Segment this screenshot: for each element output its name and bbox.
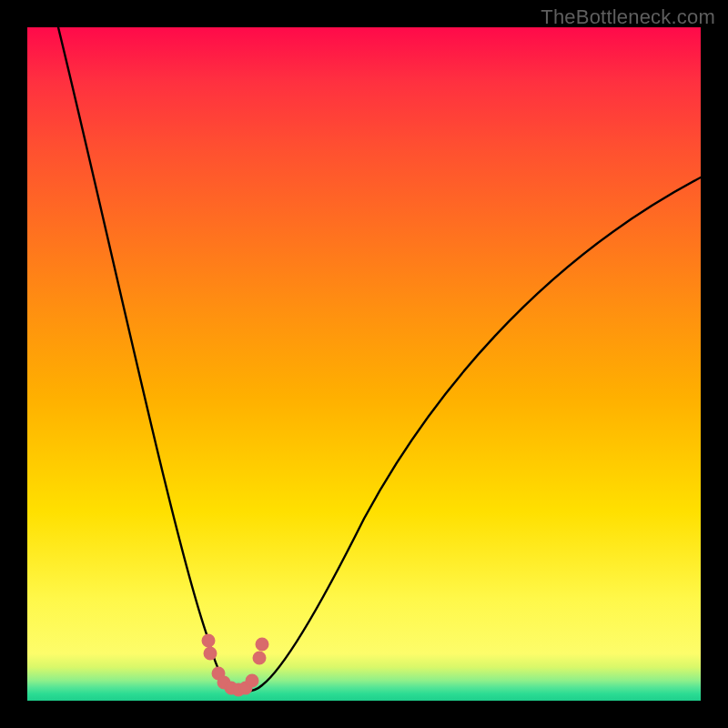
svg-point-0 [203, 635, 215, 647]
highlight-dots [203, 635, 268, 696]
svg-point-1 [205, 648, 217, 660]
bottleneck-curve [58, 27, 701, 692]
plot-area [27, 27, 701, 701]
svg-point-8 [254, 652, 266, 664]
curve-layer [27, 27, 701, 701]
chart-frame: TheBottleneck.com [0, 0, 728, 728]
svg-point-9 [257, 639, 268, 651]
svg-point-7 [247, 675, 258, 687]
watermark-text: TheBottleneck.com [541, 5, 715, 29]
